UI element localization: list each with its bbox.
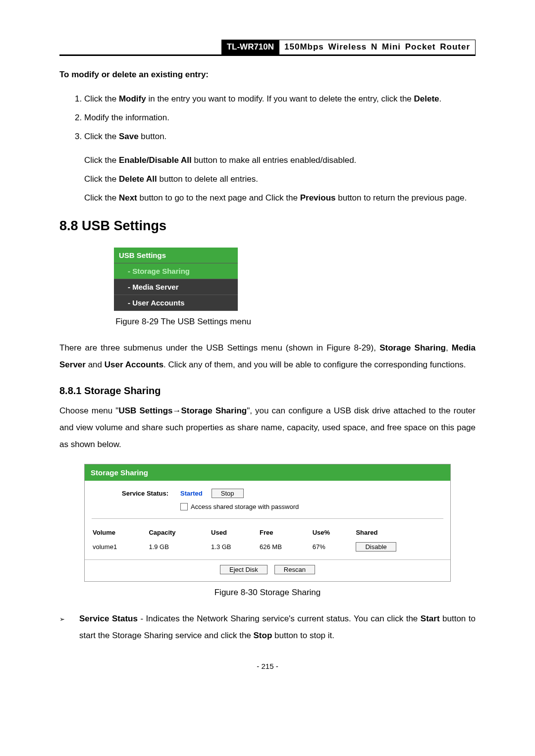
col-volume: Volume [92,526,147,539]
col-shared: Shared [354,526,443,539]
bullet-icon: ➢ [59,610,79,644]
figure-8-29-caption: Figure 8-29 The USB Settings menu [0,317,476,327]
disable-button[interactable]: Disable [356,542,396,552]
col-used: Used [209,526,258,539]
cell-use-pct: 67% [311,539,354,554]
device-model: TL-WR710N [221,40,279,54]
table-header-row: Volume Capacity Used Free Use% Shared [92,526,443,539]
section-title: 8.8 USB Settings [59,218,476,234]
cell-used: 1.3 GB [209,539,258,554]
usb-intro-paragraph: There are three submenus under the USB S… [59,340,476,373]
step-1: Click the Modify in the entry you want t… [84,91,476,107]
table-row: volume1 1.9 GB 1.3 GB 626 MB 67% Disable [92,539,443,554]
access-password-label: Access shared storage with password [191,503,299,510]
menu-item-media-server[interactable]: - Media Server [114,279,238,295]
service-status-definition: Service Status - Indicates the Network S… [79,610,476,644]
definitions: ➢ Service Status - Indicates the Network… [59,610,476,644]
modify-delete-title: To modify or delete an existing entry: [59,70,476,80]
page-number: - 215 - [59,662,476,670]
extra-notes: Click the Enable/Disable All button to m… [84,152,476,206]
storage-sharing-intro: Choose menu "USB Settings→Storage Sharin… [59,403,476,453]
subsection-title: 8.8.1 Storage Sharing [59,385,476,397]
volume-table: Volume Capacity Used Free Use% Shared vo… [92,526,443,554]
service-status-label: Service Status: [92,490,180,497]
page-header: TL-WR710N 150Mbps Wireless N Mini Pocket… [59,40,476,56]
modify-delete-steps: Click the Modify in the entry you want t… [59,91,476,145]
storage-sharing-panel: Storage Sharing Service Status: Started … [84,464,451,582]
step-3: Click the Save button. [84,128,476,145]
usb-settings-menu: USB Settings - Storage Sharing - Media S… [114,248,238,311]
stop-button[interactable]: Stop [212,489,244,498]
service-status-value: Started [180,490,203,497]
eject-disk-button[interactable]: Eject Disk [220,565,268,574]
col-use-pct: Use% [311,526,354,539]
menu-item-storage-sharing[interactable]: - Storage Sharing [114,263,238,279]
device-desc: 150Mbps Wireless N Mini Pocket Router [279,40,476,54]
col-capacity: Capacity [147,526,209,539]
access-password-checkbox[interactable] [180,503,188,510]
cell-capacity: 1.9 GB [147,539,209,554]
menu-header: USB Settings [114,248,238,263]
col-free: Free [258,526,311,539]
panel-title: Storage Sharing [85,464,450,481]
menu-item-user-accounts[interactable]: - User Accounts [114,295,238,311]
cell-free: 626 MB [258,539,311,554]
figure-8-30-caption: Figure 8-30 Storage Sharing [59,588,476,598]
step-2: Modify the information. [84,109,476,126]
panel-divider [92,518,443,519]
rescan-button[interactable]: Rescan [274,565,315,574]
cell-volume: volume1 [92,539,147,554]
